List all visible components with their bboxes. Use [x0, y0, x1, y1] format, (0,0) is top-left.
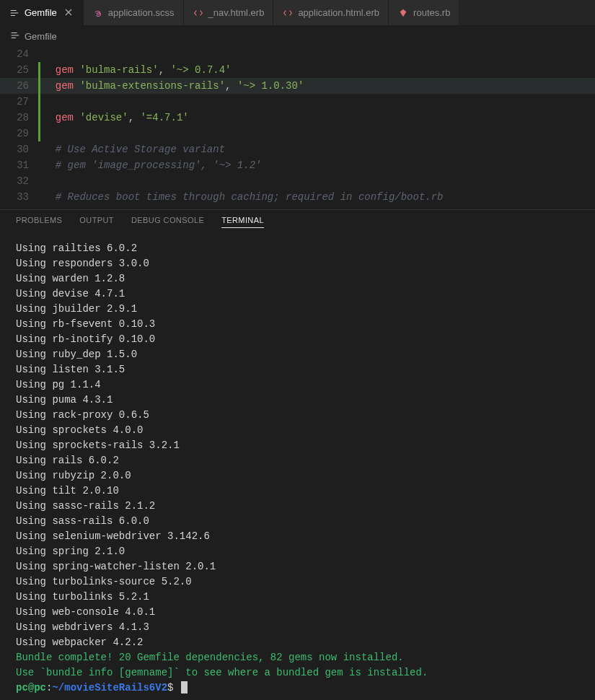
close-icon[interactable] [64, 8, 74, 18]
terminal-output-success: Use `bundle info [gemname]` to see where… [16, 665, 579, 681]
tab-label: application.html.erb [298, 7, 379, 18]
terminal-output-line: Using turbolinks-source 5.2.0 [16, 574, 579, 590]
terminal-output-line: Using tilt 2.0.10 [16, 484, 579, 499]
file-icon [9, 7, 20, 19]
terminal-output-success: Bundle complete! 20 Gemfile dependencies… [16, 650, 579, 665]
terminal-output-line: Using rb-fsevent 0.10.3 [16, 317, 579, 332]
terminal-output-line: Using turbolinks 5.2.1 [16, 590, 579, 605]
terminal-output-line: Using webdrivers 4.1.3 [16, 620, 579, 635]
terminal-output-line: Using responders 3.0.0 [16, 256, 579, 271]
tab-label: application.scss [108, 7, 175, 18]
line-number: 30 [0, 141, 43, 157]
sass-icon [92, 7, 104, 19]
terminal-output-line: Using webpacker 4.2.2 [16, 635, 579, 650]
tab-nav-erb[interactable]: _nav.html.erb [184, 0, 274, 25]
editor-tabs-bar: Gemfile application.scss _nav.html.erb a… [0, 0, 595, 26]
terminal-output-line: Using pg 1.1.4 [16, 377, 579, 393]
panel-tab-terminal[interactable]: TERMINAL [221, 216, 264, 228]
line-number: 27 [0, 94, 43, 110]
breadcrumb: Gemfile [0, 26, 595, 46]
line-number: 26 [0, 78, 43, 94]
line-number: 33 [0, 189, 43, 205]
tab-application-scss[interactable]: application.scss [84, 0, 184, 25]
tab-routes-rb[interactable]: routes.rb [389, 0, 459, 25]
terminal-output-line: Using ruby_dep 1.5.0 [16, 347, 579, 362]
terminal-output-line: Using listen 3.1.5 [16, 362, 579, 377]
terminal-output-line: Using devise 4.7.1 [16, 286, 579, 302]
tab-gemfile[interactable]: Gemfile [0, 0, 84, 25]
line-number: 28 [0, 110, 43, 126]
line-number: 24 [0, 46, 43, 62]
panel-tab-problems[interactable]: PROBLEMS [16, 216, 62, 228]
code-icon [193, 7, 204, 19]
tab-label: Gemfile [25, 7, 57, 18]
terminal-output-line: Using warden 1.2.8 [16, 271, 579, 286]
code-editor[interactable]: 24 25 gem 'bulma-rails', '~> 0.7.4' 26 g… [0, 46, 595, 209]
terminal-output-line: Using railties 6.0.2 [16, 241, 579, 256]
terminal-output-line: Using rails 6.0.2 [16, 453, 579, 468]
terminal-output-line: Using spring 2.1.0 [16, 544, 579, 559]
terminal-output-line: Using web-console 4.0.1 [16, 605, 579, 620]
line-number: 31 [0, 157, 43, 173]
line-number: 32 [0, 173, 43, 189]
terminal-output-line: Using rack-proxy 0.6.5 [16, 408, 579, 423]
line-number: 25 [0, 62, 43, 78]
terminal-output-line: Using spring-watcher-listen 2.0.1 [16, 559, 579, 574]
terminal-prompt: pc@pc:~/movieSiteRails6V2$ [16, 681, 579, 696]
terminal[interactable]: Using railties 6.0.2Using responders 3.0… [0, 234, 595, 700]
terminal-output-line: Using rubyzip 2.0.0 [16, 468, 579, 484]
code-icon [282, 7, 294, 19]
tab-label: routes.rb [413, 7, 450, 18]
ruby-icon [397, 7, 409, 19]
file-icon [10, 30, 20, 43]
panel-tabs: PROBLEMS OUTPUT DEBUG CONSOLE TERMINAL [0, 209, 595, 234]
breadcrumb-label[interactable]: Gemfile [25, 31, 57, 42]
panel-tab-debug-console[interactable]: DEBUG CONSOLE [131, 216, 204, 228]
terminal-output-line: Using puma 4.3.1 [16, 393, 579, 408]
terminal-output-line: Using sass-rails 6.0.0 [16, 514, 579, 529]
terminal-cursor [181, 681, 188, 694]
tab-label: _nav.html.erb [208, 7, 265, 18]
panel-tab-output[interactable]: OUTPUT [79, 216, 114, 228]
terminal-output-line: Using sprockets-rails 3.2.1 [16, 438, 579, 453]
terminal-output-line: Using sprockets 4.0.0 [16, 423, 579, 438]
terminal-output-line: Using selenium-webdriver 3.142.6 [16, 529, 579, 544]
terminal-output-line: Using rb-inotify 0.10.0 [16, 332, 579, 347]
line-number: 29 [0, 126, 43, 141]
terminal-output-line: Using jbuilder 2.9.1 [16, 302, 579, 317]
terminal-output-line: Using sassc-rails 2.1.2 [16, 499, 579, 514]
tab-application-erb[interactable]: application.html.erb [273, 0, 389, 25]
